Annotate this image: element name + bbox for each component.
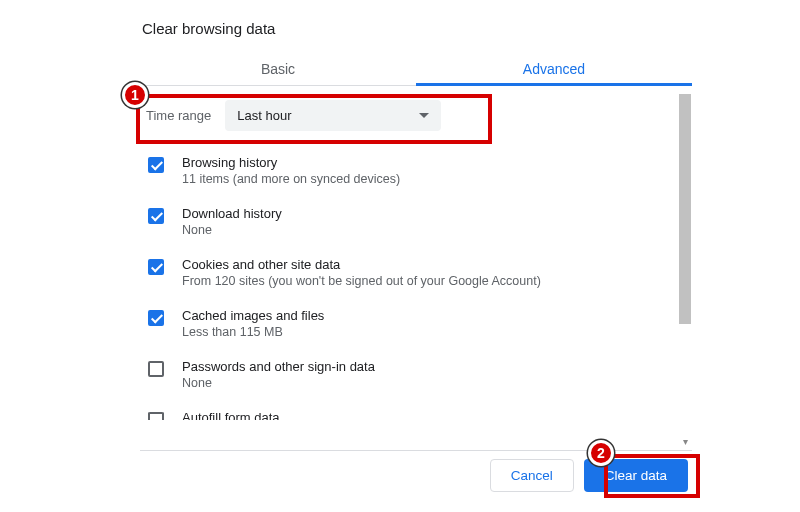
option-title: Browsing history: [182, 155, 400, 170]
checkbox-browsing-history[interactable]: [148, 157, 164, 173]
cancel-button[interactable]: Cancel: [490, 459, 574, 492]
clear-data-button[interactable]: Clear data: [584, 459, 688, 492]
checkbox-passwords[interactable]: [148, 361, 164, 377]
time-range-row: Time range Last hour: [140, 86, 492, 145]
option-title: Passwords and other sign-in data: [182, 359, 375, 374]
option-subtitle: From 120 sites (you won't be signed out …: [182, 274, 541, 288]
option-cache: Cached images and files Less than 115 MB: [148, 298, 684, 349]
clear-browsing-data-dialog: Clear browsing data Basic Advanced Time …: [140, 20, 692, 446]
option-subtitle: None: [182, 223, 282, 237]
option-title: Download history: [182, 206, 282, 221]
dialog-title: Clear browsing data: [140, 20, 692, 37]
options-list: Browsing history 11 items (and more on s…: [140, 145, 692, 420]
tab-bar: Basic Advanced: [140, 51, 692, 86]
time-range-select[interactable]: Last hour: [225, 100, 441, 131]
time-range-value: Last hour: [237, 108, 291, 123]
option-title: Autofill form data: [182, 410, 280, 420]
scrollbar[interactable]: ▾: [678, 94, 692, 446]
chevron-down-icon: [419, 113, 429, 118]
option-cookies: Cookies and other site data From 120 sit…: [148, 247, 684, 298]
checkbox-download-history[interactable]: [148, 208, 164, 224]
option-browsing-history: Browsing history 11 items (and more on s…: [148, 145, 684, 196]
checkbox-autofill[interactable]: [148, 412, 164, 420]
scroll-down-icon[interactable]: ▾: [680, 436, 690, 446]
checkbox-cookies[interactable]: [148, 259, 164, 275]
checkbox-cache[interactable]: [148, 310, 164, 326]
option-autofill: Autofill form data: [148, 400, 684, 420]
tab-basic[interactable]: Basic: [140, 51, 416, 85]
scroll-thumb[interactable]: [679, 94, 691, 324]
tab-advanced[interactable]: Advanced: [416, 51, 692, 85]
dialog-footer: Cancel Clear data: [140, 450, 692, 492]
option-passwords: Passwords and other sign-in data None: [148, 349, 684, 400]
option-subtitle: None: [182, 376, 375, 390]
option-download-history: Download history None: [148, 196, 684, 247]
option-title: Cached images and files: [182, 308, 324, 323]
time-range-label: Time range: [146, 108, 211, 123]
option-subtitle: Less than 115 MB: [182, 325, 324, 339]
dialog-content: Time range Last hour Browsing history 11…: [140, 86, 692, 446]
option-subtitle: 11 items (and more on synced devices): [182, 172, 400, 186]
option-title: Cookies and other site data: [182, 257, 541, 272]
